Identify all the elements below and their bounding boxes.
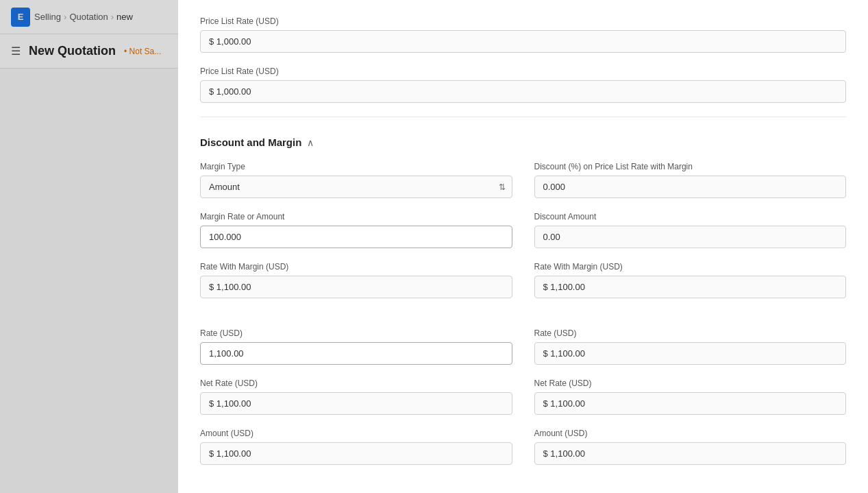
margin-type-select-wrapper: Amount Percentage ⇅: [200, 176, 512, 198]
rate-with-margin-right-input[interactable]: [534, 276, 847, 298]
row-margin-type-discount: Margin Type Amount Percentage ⇅ Discount…: [200, 162, 846, 212]
spacing-1: [200, 312, 846, 328]
price-list-rate-top-label: Price List Rate (USD): [200, 16, 846, 26]
overlay-backdrop[interactable]: [0, 0, 178, 493]
rate-right-group: Rate (USD): [534, 328, 847, 365]
margin-type-select[interactable]: Amount Percentage: [200, 176, 512, 198]
rate-with-margin-left-group: Rate With Margin (USD): [200, 262, 512, 298]
modal-dialog: Price List Rate (USD) Price List Rate (U…: [178, 0, 868, 493]
amount-right-label: Amount (USD): [534, 429, 847, 438]
divider-1: [200, 117, 846, 117]
margin-rate-group: Margin Rate or Amount: [200, 212, 512, 248]
rate-with-margin-right-group: Rate With Margin (USD): [534, 262, 847, 298]
rate-left-group: Rate (USD): [200, 328, 512, 365]
amount-left-group: Amount (USD): [200, 429, 512, 465]
row-amount: Amount (USD) Amount (USD): [200, 429, 846, 479]
rate-left-input[interactable]: [200, 342, 512, 365]
discount-margin-section-header: Discount and Margin ∧: [200, 131, 846, 148]
net-rate-right-group: Net Rate (USD): [534, 378, 847, 415]
rate-right-label: Rate (USD): [534, 328, 847, 338]
discount-pct-input[interactable]: [534, 176, 847, 198]
rate-left-label: Rate (USD): [200, 328, 512, 338]
rate-with-margin-left-label: Rate With Margin (USD): [200, 262, 512, 272]
margin-type-label: Margin Type: [200, 162, 512, 171]
section-collapse-icon[interactable]: ∧: [307, 137, 314, 148]
section-title: Discount and Margin: [200, 136, 301, 148]
price-list-rate-bottom-group: Price List Rate (USD): [200, 67, 846, 103]
row-net-rate: Net Rate (USD) Net Rate (USD): [200, 378, 846, 429]
amount-left-label: Amount (USD): [200, 429, 512, 438]
rate-with-margin-right-label: Rate With Margin (USD): [534, 262, 847, 272]
price-list-rate-top-input[interactable]: [200, 30, 846, 53]
rate-right-input[interactable]: [534, 342, 847, 365]
net-rate-left-label: Net Rate (USD): [200, 378, 512, 388]
margin-rate-input[interactable]: [200, 226, 512, 248]
net-rate-left-group: Net Rate (USD): [200, 378, 512, 415]
rate-with-margin-left-input[interactable]: [200, 276, 512, 298]
price-list-rate-bottom-label: Price List Rate (USD): [200, 67, 846, 76]
discount-amount-label: Discount Amount: [534, 212, 847, 221]
discount-amount-input[interactable]: [534, 226, 847, 248]
row-margin-rate-discount-amount: Margin Rate or Amount Discount Amount: [200, 212, 846, 262]
amount-right-group: Amount (USD): [534, 429, 847, 465]
price-list-rate-top-group: Price List Rate (USD): [200, 16, 846, 53]
discount-pct-label: Discount (%) on Price List Rate with Mar…: [534, 162, 847, 171]
net-rate-right-label: Net Rate (USD): [534, 378, 847, 388]
margin-type-group: Margin Type Amount Percentage ⇅: [200, 162, 512, 198]
row-rate: Rate (USD) Rate (USD): [200, 328, 846, 378]
row-rate-with-margin: Rate With Margin (USD) Rate With Margin …: [200, 262, 846, 312]
discount-pct-group: Discount (%) on Price List Rate with Mar…: [534, 162, 847, 198]
amount-left-input[interactable]: [200, 442, 512, 465]
net-rate-left-input[interactable]: [200, 392, 512, 415]
net-rate-right-input[interactable]: [534, 392, 847, 415]
discount-amount-group: Discount Amount: [534, 212, 847, 248]
margin-rate-label: Margin Rate or Amount: [200, 212, 512, 221]
price-list-rate-bottom-input[interactable]: [200, 80, 846, 103]
amount-right-input[interactable]: [534, 442, 847, 465]
